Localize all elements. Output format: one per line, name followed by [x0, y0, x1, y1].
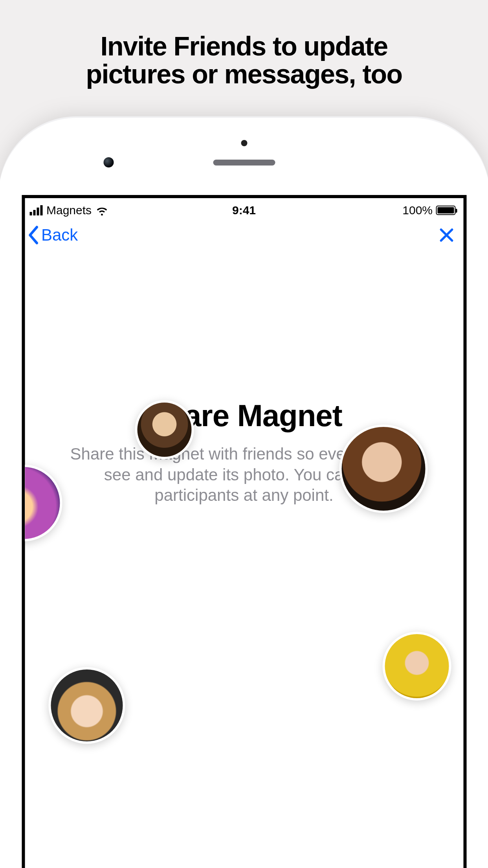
content-area: Share Magnet Share this Magnet with frie… [25, 398, 463, 868]
battery-icon [436, 206, 455, 215]
phone-outer-shell: Magnets 9:41 100% [0, 116, 488, 868]
cellular-signal-icon [29, 205, 42, 215]
chevron-left-icon [26, 225, 41, 245]
avatar [48, 667, 125, 744]
avatar [135, 400, 194, 459]
nav-bar: Back [25, 223, 463, 253]
avatar [382, 632, 451, 701]
avatar [22, 465, 62, 541]
phone-earpiece-icon [213, 160, 275, 166]
close-icon [438, 227, 455, 243]
phone-camera-icon [103, 157, 114, 167]
wifi-icon [95, 205, 108, 215]
phone-mock-container: Magnets 9:41 100% [0, 110, 488, 868]
battery-percent-label: 100% [402, 204, 433, 217]
promo-heading-line1: Invite Friends to update [0, 32, 488, 60]
status-time: 9:41 [232, 204, 256, 217]
close-button[interactable] [438, 227, 455, 243]
promo-heading-line2: pictures or messages, too [0, 60, 488, 88]
avatar [339, 425, 427, 513]
status-bar: Magnets 9:41 100% [25, 198, 463, 223]
phone-front-face: Magnets 9:41 100% [0, 118, 488, 868]
phone-proximity-sensor-icon [241, 140, 247, 146]
carrier-label: Magnets [46, 204, 92, 217]
back-text: Back [41, 226, 78, 245]
promo-heading: Invite Friends to update pictures or mes… [0, 0, 488, 88]
back-button[interactable]: Back [26, 225, 78, 245]
screen: Magnets 9:41 100% [22, 195, 466, 868]
